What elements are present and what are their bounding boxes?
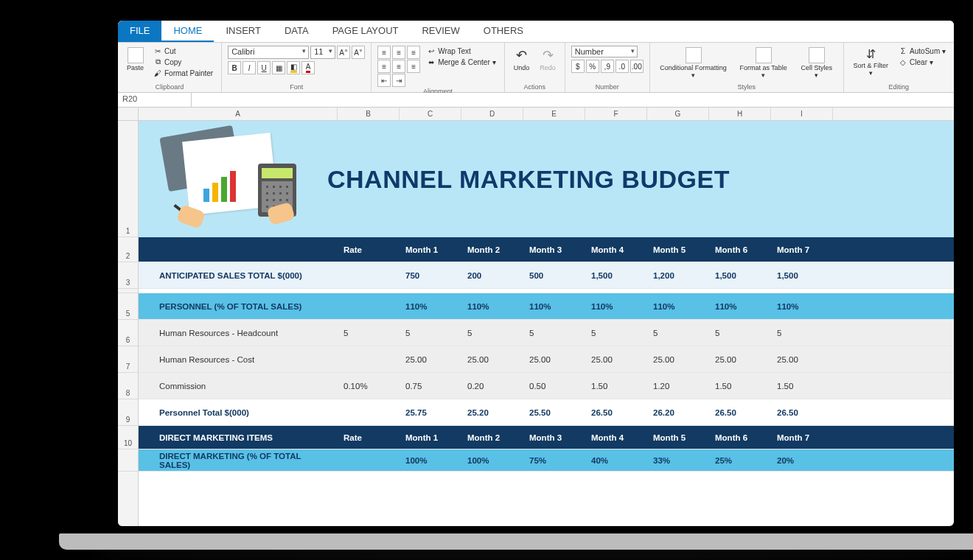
ptotal-v6: 26.50 <box>709 399 771 425</box>
align-right-button[interactable]: ≡ <box>407 60 420 73</box>
col-header-e[interactable]: E <box>523 108 585 120</box>
col-header-f[interactable]: F <box>585 108 647 120</box>
number-format-select[interactable]: Number <box>571 46 638 57</box>
direct-pct-v3: 75% <box>523 449 585 471</box>
autosum-button[interactable]: ΣAutoSum ▾ <box>896 46 948 56</box>
font-grow-button[interactable]: A˄ <box>337 46 350 59</box>
col-header-d[interactable]: D <box>461 108 523 120</box>
format-as-table-button[interactable]: Format as Table ▾ <box>735 46 792 80</box>
row-header-11[interactable] <box>118 449 138 472</box>
cell-styles-button[interactable]: Cell Styles ▾ <box>796 46 837 80</box>
group-styles: Conditional Formatting ▾ Format as Table… <box>650 43 844 92</box>
col-header-i[interactable]: I <box>771 108 833 120</box>
anticipated-v7: 1,500 <box>771 262 833 288</box>
row-header-9[interactable]: 9 <box>118 399 138 426</box>
row-direct-pct[interactable]: DIRECT MARKETING (% OF TOTAL SALES) 100%… <box>139 449 954 472</box>
group-label-font: Font <box>228 83 365 92</box>
row-anticipated[interactable]: ANTICIPATED SALES TOTAL $(000) 750 200 5… <box>139 262 954 289</box>
decrease-decimal-button[interactable]: .00 <box>630 60 644 73</box>
header-empty <box>139 237 338 262</box>
align-center-button[interactable]: ≡ <box>392 60 405 73</box>
align-bottom-button[interactable]: ≡ <box>407 46 420 59</box>
col-header-g[interactable]: G <box>647 108 709 120</box>
percent-button[interactable]: % <box>586 60 599 73</box>
tab-home[interactable]: HOME <box>161 21 214 42</box>
clear-button[interactable]: ◇Clear ▾ <box>896 57 948 67</box>
row-header-2[interactable]: 2 <box>118 237 138 262</box>
tab-insert[interactable]: INSERT <box>214 21 272 42</box>
increase-decimal-button[interactable]: .0 <box>615 60 629 73</box>
tab-review[interactable]: REVIEW <box>410 21 471 42</box>
row-hr-cost[interactable]: Human Resources - Cost 25.00 25.00 25.00… <box>139 346 954 373</box>
col-header-h[interactable]: H <box>709 108 771 120</box>
tab-file[interactable]: FILE <box>118 21 161 42</box>
col-header-c[interactable]: C <box>400 108 461 120</box>
indent-dec-button[interactable]: ⇤ <box>377 74 391 87</box>
row-header-3[interactable]: 3 <box>118 262 138 289</box>
redo-button[interactable]: ↷Redo <box>537 46 559 73</box>
font-family-select[interactable]: Calibri <box>228 46 309 59</box>
row-direct-items-header[interactable]: DIRECT MARKETING ITEMS Rate Month 1 Mont… <box>139 426 954 449</box>
commission-v5: 1.20 <box>647 373 709 399</box>
cut-button[interactable]: ✂Cut <box>151 46 215 56</box>
hr-cost-rate <box>338 346 400 372</box>
conditional-formatting-button[interactable]: Conditional Formatting ▾ <box>656 46 731 80</box>
name-box[interactable]: R20 <box>118 93 192 107</box>
undo-button[interactable]: ↶Undo <box>511 46 533 73</box>
scissors-icon: ✂ <box>153 46 162 55</box>
underline-button[interactable]: U <box>257 61 271 74</box>
grid-body[interactable]: CHANNEL MARKETING BUDGET Rate Month 1 Mo… <box>139 121 954 526</box>
hr-cost-label: Human Resources - Cost <box>139 346 338 372</box>
row-header-10[interactable]: 10 <box>118 426 138 449</box>
comma-button[interactable]: ,9 <box>601 60 614 73</box>
formula-input[interactable] <box>192 93 954 107</box>
cell-styles-icon <box>809 47 825 63</box>
row-header-7[interactable]: 7 <box>118 346 138 373</box>
tab-others[interactable]: OTHERS <box>472 21 535 42</box>
indent-inc-button[interactable]: ⇥ <box>392 74 405 87</box>
col-header-a[interactable]: A <box>139 108 338 120</box>
row-header-6[interactable]: 6 <box>118 320 138 346</box>
personnel-pct-label: PERSONNEL (% OF TOTAL SALES) <box>139 293 338 319</box>
group-clipboard: Paste ✂Cut ⧉Copy 🖌Format Painter Clipboa… <box>118 43 222 92</box>
select-all-corner[interactable] <box>118 108 139 121</box>
fill-color-button[interactable]: ◧ <box>287 61 300 74</box>
font-size-select[interactable]: 11 <box>310 46 335 59</box>
wrap-text-button[interactable]: ↩Wrap Text <box>425 46 498 56</box>
direct-pct-v7: 20% <box>771 449 833 471</box>
format-painter-button[interactable]: 🖌Format Painter <box>151 68 215 78</box>
sort-filter-button[interactable]: ⇵Sort & Filter ▾ <box>850 46 893 78</box>
cond-format-icon <box>686 47 702 63</box>
row-personnel-total[interactable]: Personnel Total $(000) 25.75 25.20 25.50… <box>139 399 954 426</box>
row-hr-headcount[interactable]: Human Resources - Headcount 5 5 5 5 5 5 … <box>139 320 954 346</box>
font-color-button[interactable]: A <box>301 61 315 74</box>
clipart-illustration <box>158 131 298 227</box>
hr-head-rate: 5 <box>338 320 400 346</box>
border-button[interactable]: ▦ <box>272 61 285 74</box>
tab-data[interactable]: DATA <box>273 21 321 42</box>
anticipated-v5: 1,200 <box>647 262 709 288</box>
row-header-5[interactable]: 5 <box>118 293 138 320</box>
banner-title: CHANNEL MARKETING BUDGET <box>327 165 730 194</box>
copy-button[interactable]: ⧉Copy <box>151 57 215 67</box>
row-commission[interactable]: Commission 0.10% 0.75 0.20 0.50 1.50 1.2… <box>139 373 954 399</box>
col-header-b[interactable]: B <box>338 108 400 120</box>
group-alignment: ≡ ≡ ≡ ≡ ≡ ≡ ⇤ ⇥ <box>372 43 505 92</box>
currency-button[interactable]: $ <box>571 60 585 73</box>
align-top-button[interactable]: ≡ <box>377 46 391 59</box>
align-middle-button[interactable]: ≡ <box>392 46 405 59</box>
group-font: Calibri 11 A˄ A˅ B I U ▦ ◧ A Font <box>222 43 372 92</box>
font-shrink-button[interactable]: A˅ <box>352 46 365 59</box>
row-header-1[interactable]: 1 <box>118 121 138 237</box>
italic-button[interactable]: I <box>243 61 256 74</box>
header-m4: Month 4 <box>585 237 647 262</box>
merge-center-button[interactable]: ⬌Merge & Center ▾ <box>425 57 498 67</box>
bold-button[interactable]: B <box>228 61 241 74</box>
paste-button[interactable]: Paste <box>124 46 147 73</box>
commission-v1: 0.75 <box>400 373 461 399</box>
row-header-8[interactable]: 8 <box>118 373 138 399</box>
tab-page-layout[interactable]: PAGE LAYOUT <box>321 21 411 42</box>
align-left-button[interactable]: ≡ <box>377 60 391 73</box>
row-personnel-pct[interactable]: PERSONNEL (% OF TOTAL SALES) 110% 110% 1… <box>139 293 954 320</box>
commission-v7: 1.50 <box>771 373 833 399</box>
